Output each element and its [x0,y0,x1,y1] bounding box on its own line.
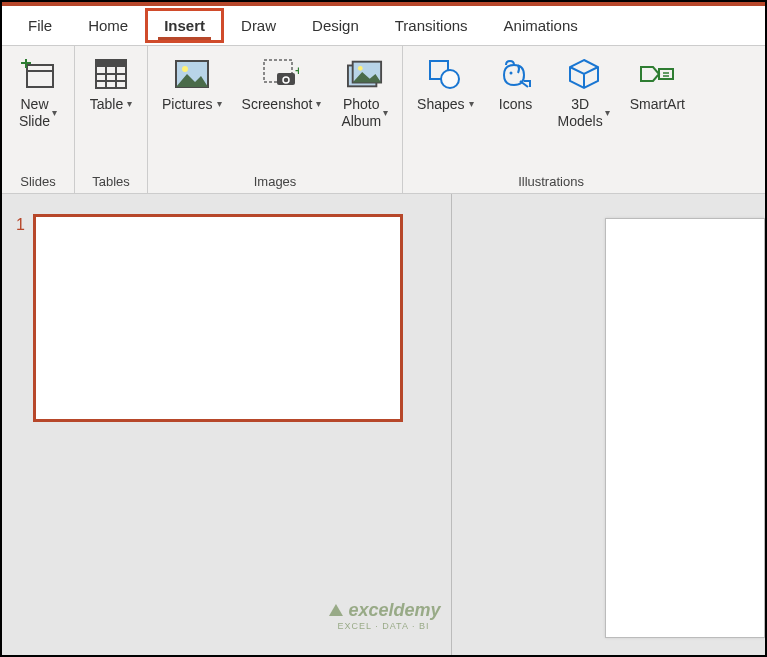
chevron-down-icon: ▾ [217,98,222,110]
group-slides: New Slide▾ Slides [2,46,75,193]
slide-thumbnails-panel: 1 [2,194,452,655]
icons-button[interactable]: Icons [486,50,546,172]
workspace: 1 [2,194,765,655]
icons-icon [498,56,534,92]
svg-rect-0 [27,65,53,87]
slide-number: 1 [16,214,25,234]
group-images: Pictures▾ + Screenshot▾ Photo Album▾ Ima… [148,46,403,193]
slide-thumbnail-row: 1 [16,214,437,422]
pictures-icon [174,56,210,92]
tab-file[interactable]: File [10,9,70,42]
tab-home[interactable]: Home [70,9,146,42]
svg-rect-5 [96,60,126,67]
chevron-down-icon: ▾ [127,98,132,110]
photo-album-icon [347,56,383,92]
icons-label: Icons [499,96,532,113]
group-illustrations-label: Illustrations [409,172,693,191]
new-slide-button[interactable]: New Slide▾ [8,50,68,172]
table-icon [93,56,129,92]
group-images-label: Images [154,172,396,191]
svg-point-20 [441,70,459,88]
slide-canvas[interactable] [605,218,765,638]
pictures-button[interactable]: Pictures▾ [154,50,230,172]
slide-editor-area [452,194,765,655]
screenshot-button[interactable]: + Screenshot▾ [234,50,330,172]
smartart-label: SmartArt [630,96,685,113]
svg-point-21 [509,72,512,75]
ribbon: New Slide▾ Slides Table▾ Tables Pictures… [2,46,765,194]
group-slides-label: Slides [8,172,68,191]
svg-point-11 [182,66,188,72]
chevron-down-icon: ▾ [52,107,57,119]
new-slide-label: New Slide [19,96,50,130]
svg-rect-22 [659,69,673,79]
svg-text:+: + [295,64,299,78]
tab-design[interactable]: Design [294,9,377,42]
smartart-button[interactable]: SmartArt [622,50,693,172]
chevron-down-icon: ▾ [383,107,388,119]
photo-album-label: Photo Album [341,96,381,130]
watermark-subtitle: EXCEL · DATA · BI [338,621,430,631]
watermark-name: exceldemy [348,600,440,621]
tab-draw[interactable]: Draw [223,9,294,42]
group-illustrations: Shapes▾ Icons 3D Models▾ SmartArt [403,46,699,193]
screenshot-label: Screenshot [242,96,313,113]
tab-animations[interactable]: Animations [486,9,596,42]
new-slide-icon [20,56,56,92]
watermark: exceldemy EXCEL · DATA · BI [326,600,440,631]
cube-icon [566,56,602,92]
shapes-icon [427,56,463,92]
3d-models-button[interactable]: 3D Models▾ [550,50,618,172]
slide-thumbnail[interactable] [33,214,403,422]
table-button[interactable]: Table▾ [81,50,141,172]
svg-point-18 [358,66,363,71]
tab-transitions[interactable]: Transitions [377,9,486,42]
watermark-logo: exceldemy [326,600,440,621]
chevron-down-icon: ▾ [316,98,321,110]
pictures-label: Pictures [162,96,213,113]
group-tables-label: Tables [81,172,141,191]
shapes-button[interactable]: Shapes▾ [409,50,481,172]
tab-insert[interactable]: Insert [146,9,223,42]
chevron-down-icon: ▾ [605,107,610,119]
table-label: Table [90,96,123,113]
smartart-icon [639,56,675,92]
chevron-down-icon: ▾ [469,98,474,110]
screenshot-icon: + [263,56,299,92]
shapes-label: Shapes [417,96,464,113]
photo-album-button[interactable]: Photo Album▾ [333,50,396,172]
3d-models-label: 3D Models [558,96,603,130]
ribbon-tabs: File Home Insert Draw Design Transitions… [2,6,765,46]
group-tables: Table▾ Tables [75,46,148,193]
